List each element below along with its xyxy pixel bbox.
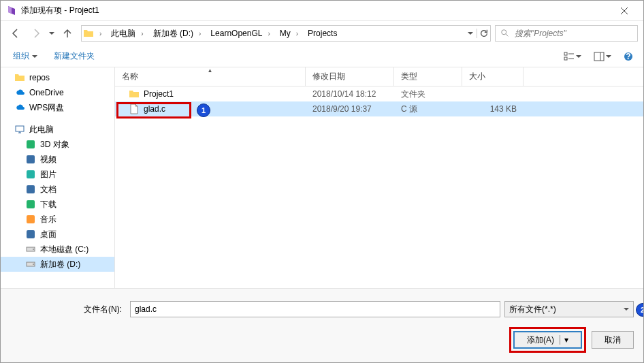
svg-point-17 — [33, 264, 34, 265]
chevron-right-icon: › — [292, 30, 302, 37]
breadcrumb-seg-2[interactable]: LearnOpenGL — [205, 26, 263, 41]
svg-rect-13 — [27, 230, 35, 238]
desktop-icon — [25, 229, 36, 240]
breadcrumb[interactable]: › 此电脑› 新加卷 (D:)› LearnOpenGL› My› Projec… — [81, 25, 491, 42]
svg-rect-3 — [594, 52, 604, 61]
close-button[interactable] — [611, 1, 638, 20]
view-options-button[interactable] — [560, 48, 585, 65]
sidebar-item-9[interactable]: 音乐 — [1, 212, 114, 227]
breadcrumb-dropdown[interactable] — [463, 31, 477, 36]
svg-rect-1 — [564, 52, 567, 55]
sidebar-item-2[interactable]: WPS网盘 — [1, 100, 114, 115]
file-row[interactable]: glad.c2018/9/20 19:37C 源143 KB — [115, 101, 643, 116]
pc-icon — [14, 124, 25, 135]
breadcrumb-seg-1[interactable]: 新加卷 (D:) — [148, 26, 195, 41]
filetype-dropdown[interactable]: 所有文件(*.*) 2 — [504, 301, 634, 317]
chevron-right-icon: › — [137, 30, 147, 37]
pictures-icon — [25, 169, 36, 180]
sidebar-item-12[interactable]: 新加卷 (D:) — [1, 257, 114, 272]
sidebar-item-0[interactable]: repos — [1, 70, 114, 85]
svg-rect-7 — [27, 140, 35, 148]
sidebar-item-3[interactable]: 此电脑 — [1, 122, 114, 137]
annotation-highlight-2: 添加(A) ▾ — [509, 327, 586, 353]
sidebar-item-6[interactable]: 图片 — [1, 167, 114, 182]
column-name[interactable]: 名称▲ — [115, 67, 306, 86]
folder-icon — [14, 72, 25, 83]
column-type[interactable]: 类型 — [394, 67, 462, 86]
3d-icon — [25, 139, 36, 150]
refresh-button[interactable] — [477, 29, 490, 38]
svg-rect-12 — [27, 215, 35, 223]
up-button[interactable] — [58, 25, 77, 42]
disk-icon — [25, 244, 36, 255]
svg-rect-8 — [27, 155, 35, 163]
sidebar-item-8[interactable]: 下载 — [1, 197, 114, 212]
cancel-button[interactable]: 取消 — [592, 331, 634, 349]
svg-rect-2 — [564, 57, 567, 60]
music-icon — [25, 214, 36, 225]
svg-rect-10 — [27, 185, 35, 193]
sidebar-item-4[interactable]: 3D 对象 — [1, 137, 114, 152]
sidebar-item-5[interactable]: 视频 — [1, 152, 114, 167]
svg-rect-9 — [27, 170, 35, 178]
window-title: 添加现有项 - Project1 — [21, 5, 611, 16]
docs-icon — [25, 184, 36, 195]
video-icon — [25, 154, 36, 165]
forward-button[interactable] — [27, 25, 46, 42]
help-button[interactable]: ? — [620, 48, 637, 65]
file-row[interactable]: Project12018/10/14 18:12文件夹 — [115, 86, 643, 101]
onedrive-icon — [14, 87, 25, 98]
breadcrumb-seg-4[interactable]: Projects — [302, 26, 338, 41]
back-button[interactable] — [6, 25, 25, 42]
column-date[interactable]: 修改日期 — [306, 67, 394, 86]
svg-point-0 — [502, 30, 506, 35]
sidebar-item-10[interactable]: 桌面 — [1, 227, 114, 242]
organize-button[interactable]: 组织 — [7, 48, 43, 65]
new-folder-button[interactable]: 新建文件夹 — [48, 48, 100, 65]
folder-icon — [129, 89, 140, 99]
c-icon — [129, 104, 140, 114]
chevron-right-icon: › — [263, 30, 274, 37]
sidebar-item-1[interactable]: OneDrive — [1, 85, 114, 100]
folder-icon — [82, 28, 95, 39]
file-list: Project12018/10/14 18:12文件夹glad.c2018/9/… — [115, 86, 643, 288]
column-size[interactable]: 大小 — [462, 67, 524, 86]
filename-input[interactable] — [130, 301, 500, 317]
svg-text:?: ? — [626, 52, 630, 61]
wps-icon — [14, 102, 25, 113]
downloads-icon — [25, 199, 36, 210]
sort-indicator-icon: ▲ — [208, 67, 213, 74]
sidebar: reposOneDriveWPS网盘此电脑3D 对象视频图片文档下载音乐桌面本地… — [1, 67, 115, 288]
disk-icon — [25, 259, 36, 270]
breadcrumb-seg-0[interactable]: 此电脑 — [106, 26, 137, 41]
sidebar-item-11[interactable]: 本地磁盘 (C:) — [1, 242, 114, 257]
add-button[interactable]: 添加(A) ▾ — [513, 331, 582, 349]
search-icon — [498, 29, 512, 38]
svg-rect-6 — [16, 126, 24, 131]
search-input[interactable] — [512, 29, 634, 38]
search-box[interactable] — [495, 25, 638, 42]
sidebar-item-7[interactable]: 文档 — [1, 182, 114, 197]
svg-point-15 — [33, 249, 34, 250]
annotation-badge-2: 2 — [636, 303, 644, 317]
preview-pane-button[interactable] — [590, 48, 615, 65]
breadcrumb-seg-3[interactable]: My — [274, 26, 292, 41]
svg-rect-11 — [27, 200, 35, 208]
app-icon — [6, 5, 17, 16]
history-dropdown[interactable] — [47, 25, 57, 42]
chevron-right-icon: › — [195, 30, 205, 37]
chevron-right-icon: › — [95, 30, 106, 37]
filename-label: 文件名(N): — [10, 304, 126, 315]
